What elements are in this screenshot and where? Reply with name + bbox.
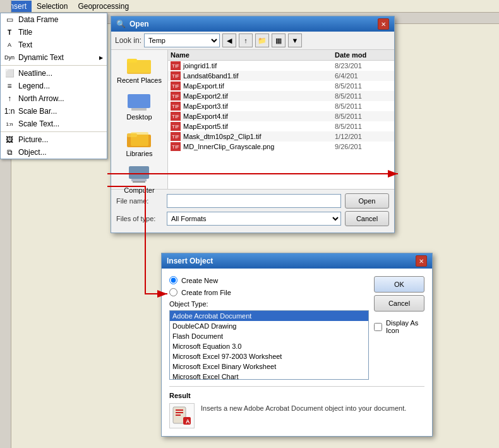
insert-body: Create New Create from File Object Type:… <box>162 269 432 436</box>
menu-item-scalebar[interactable]: 1:n Scale Bar... <box>1 105 107 118</box>
open-dialog-icon: 🔍 <box>116 20 126 28</box>
libraries-label: Libraries <box>126 150 152 157</box>
libraries-icon <box>127 128 152 148</box>
open-dialog: 🔍 Open ✕ Look in: Temp ◀ ↑ 📁 ▦ ▼ Recent … <box>111 16 395 233</box>
svg-rect-14 <box>176 412 183 413</box>
menu-geoprocessing[interactable]: Geoprocessing <box>73 1 134 12</box>
open-dialog-close-btn[interactable]: ✕ <box>378 18 389 30</box>
look-in-select[interactable]: Temp <box>144 33 220 47</box>
file-list: Name Date mod TIF joingrid1.tif 8/23/201… <box>168 50 394 189</box>
scalebar-icon: 1:n <box>3 106 16 117</box>
back-btn[interactable]: ◀ <box>222 33 236 47</box>
create-new-radio[interactable] <box>169 276 177 284</box>
filename-row: File name: Open <box>116 193 389 209</box>
object-type-list[interactable]: Adobe Acrobat DocumentDoubleCAD DrawingF… <box>169 310 369 380</box>
file-row[interactable]: TIF MapExport3.tif 8/5/2011 <box>168 101 394 111</box>
open-dialog-title: 🔍 Open <box>116 20 149 28</box>
menu-separator-2 <box>1 131 107 132</box>
desktop-item[interactable]: Desktop <box>126 92 152 121</box>
dynamictext-icon: Dyn <box>3 52 16 63</box>
file-row[interactable]: TIF MapExport4.tif 8/5/2011 <box>168 111 394 121</box>
object-list-item[interactable]: Adobe Acrobat Document <box>170 311 368 321</box>
open-btn[interactable]: Open <box>345 193 389 209</box>
filetype-select[interactable]: All Formats <box>167 212 341 226</box>
submenu-arrow: ▶ <box>99 55 103 61</box>
svg-rect-8 <box>131 132 148 146</box>
file-tif-icon: TIF <box>171 61 181 70</box>
menubar: Insert Selection Geoprocessing <box>0 0 499 13</box>
result-body: A Inserts a new Adobe Acrobat Document o… <box>169 403 424 428</box>
insert-dropdown-menu: ▭ Data Frame T Title A Text Dyn Dynamic … <box>0 13 107 159</box>
object-type-label: Object Type: <box>169 300 369 308</box>
menu-item-northarrow[interactable]: ↑ North Arrow... <box>1 92 107 105</box>
object-type-section: Object Type: Adobe Acrobat DocumentDoubl… <box>169 300 369 380</box>
file-row[interactable]: TIF joingrid1.tif 8/23/201 <box>168 61 394 71</box>
result-text: Inserts a new Adobe Acrobat Document obj… <box>201 403 406 414</box>
file-row[interactable]: TIF MapExport.tif 8/5/2011 <box>168 81 394 91</box>
object-list-item[interactable]: Flash Document <box>170 331 368 341</box>
recent-places-item[interactable]: Recent Places <box>117 55 162 84</box>
open-dialog-footer: File name: Open Files of type: All Forma… <box>111 189 394 233</box>
file-row[interactable]: TIF Landsat6band1.tif 6/4/201 <box>168 71 394 81</box>
recent-places-label: Recent Places <box>117 76 162 84</box>
insert-ok-btn[interactable]: OK <box>374 276 424 293</box>
svg-rect-4 <box>128 94 150 108</box>
col-date: Date mod <box>335 51 392 59</box>
file-tif-icon: TIF <box>171 102 181 111</box>
file-list-body[interactable]: TIF joingrid1.tif 8/23/201TIF Landsat6ba… <box>168 61 394 181</box>
libraries-item[interactable]: Libraries <box>126 128 152 157</box>
insert-right-section: OK Cancel Display As Icon <box>374 276 424 380</box>
file-tif-icon: TIF <box>171 122 181 131</box>
filename-label: File name: <box>116 197 167 205</box>
menu-item-scaletext[interactable]: 1:n Scale Text... <box>1 118 107 130</box>
menu-item-dynamictext[interactable]: Dyn Dynamic Text ▶ <box>1 51 107 64</box>
menu-item-dataframe[interactable]: ▭ Data Frame <box>1 13 107 26</box>
object-list-item[interactable]: Microsoft Excel 97-2003 Worksheet <box>170 351 368 361</box>
cancel-open-btn[interactable]: Cancel <box>345 211 389 226</box>
svg-rect-10 <box>131 179 147 181</box>
svg-rect-5 <box>131 108 147 111</box>
view-btn[interactable]: ▦ <box>272 33 286 47</box>
computer-icon <box>126 165 152 185</box>
file-row[interactable]: TIF MapExport2.tif 8/5/2011 <box>168 91 394 101</box>
svg-rect-9 <box>129 166 149 179</box>
recent-places-icon <box>127 55 152 75</box>
new-folder-btn[interactable]: 📁 <box>255 33 269 47</box>
object-list-item[interactable]: Microsoft Excel Chart <box>170 372 368 380</box>
insert-dialog-close-btn[interactable]: ✕ <box>416 255 427 267</box>
up-btn[interactable]: ↑ <box>239 33 253 47</box>
insert-columns: Create New Create from File Object Type:… <box>169 276 424 380</box>
create-new-row: Create New <box>169 276 369 284</box>
menu-selection[interactable]: Selection <box>32 1 73 12</box>
result-label: Result <box>169 392 424 399</box>
display-as-icon-checkbox[interactable] <box>374 323 382 331</box>
file-tif-icon: TIF <box>171 132 181 141</box>
computer-item[interactable]: Computer <box>124 165 154 194</box>
insert-cancel-btn[interactable]: Cancel <box>374 295 424 312</box>
object-list-item[interactable]: Microsoft Excel Binary Worksheet <box>170 361 368 372</box>
display-as-icon-row: Display As Icon <box>374 319 424 334</box>
tools-btn[interactable]: ▼ <box>288 33 302 47</box>
object-icon: ⧉ <box>3 147 16 158</box>
menu-item-legend[interactable]: ≡ Legend... <box>1 80 107 92</box>
col-name: Name <box>171 51 335 59</box>
menu-item-object[interactable]: ⧉ Object... <box>1 146 107 159</box>
look-in-label: Look in: <box>115 36 141 45</box>
object-list-item[interactable]: DoubleCAD Drawing <box>170 321 368 331</box>
file-row[interactable]: TIF MD_InnerClip_Grayscale.png 9/26/201 <box>168 142 394 152</box>
menu-item-title[interactable]: T Title <box>1 26 107 39</box>
svg-text:A: A <box>186 418 190 425</box>
filename-input[interactable] <box>167 194 341 208</box>
computer-label: Computer <box>124 186 154 194</box>
file-tif-icon: TIF <box>171 71 181 80</box>
object-list-item[interactable]: Microsoft Equation 3.0 <box>170 341 368 351</box>
filetype-label: Files of type: <box>116 215 167 222</box>
file-row[interactable]: TIF MapExport5.tif 8/5/2011 <box>168 121 394 131</box>
menu-item-neatline[interactable]: ⬜ Neatline... <box>1 67 107 80</box>
menu-item-picture[interactable]: 🖼 Picture... <box>1 133 107 146</box>
menu-item-text[interactable]: A Text <box>1 39 107 51</box>
file-list-header: Name Date mod <box>168 50 394 61</box>
create-from-file-radio[interactable] <box>169 288 177 296</box>
file-tif-icon: TIF <box>171 82 181 90</box>
file-row[interactable]: TIF Mask_dtm10sp2_Clip1.tif 1/12/201 <box>168 131 394 142</box>
